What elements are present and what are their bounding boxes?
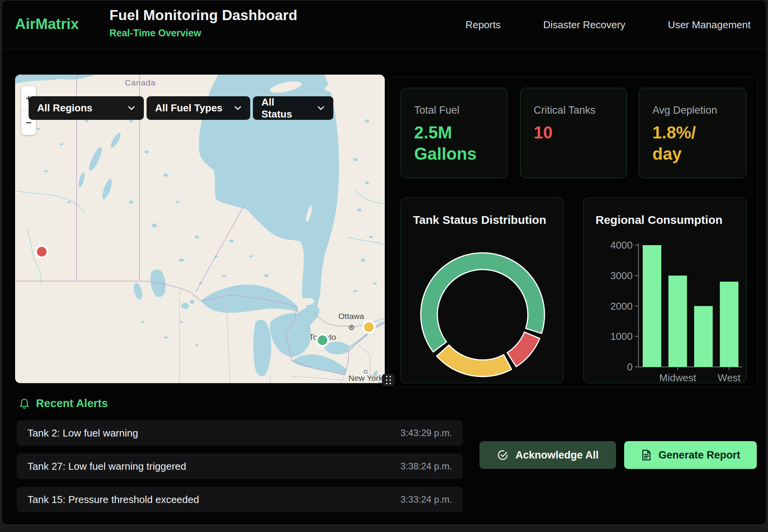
map-canvas: Canada Ottawa Toronto New York: [15, 75, 385, 383]
alert-row[interactable]: Tank 27: Low fuel warning triggered 3:38…: [17, 454, 463, 479]
stat-label: Critical Tanks: [534, 104, 613, 116]
acknowledge-all-button[interactable]: Acknowledge All: [480, 441, 616, 469]
alert-row[interactable]: Tank 2: Low fuel warning 3:43:29 p.m.: [17, 420, 463, 446]
title-block: Fuel Monitoring Dashboard Real-Time Over…: [109, 7, 297, 39]
region-filter-dropdown[interactable]: All Regions: [29, 96, 144, 120]
fuel-filter-value: All Fuel Types: [155, 102, 222, 114]
map-label-newyork: New York: [348, 373, 383, 382]
dashboard: AirMatrix Fuel Monitoring Dashboard Real…: [0, 0, 768, 532]
regional-consumption-chart-card: Regional Consumption 01000200030004000Mi…: [583, 198, 747, 383]
chevron-down-icon: [128, 106, 135, 111]
page-title: Fuel Monitoring Dashboard: [109, 7, 297, 24]
svg-text:0: 0: [627, 361, 633, 373]
alert-message: Tank 2: Low fuel warning: [27, 427, 138, 439]
map-label-canada: Canada: [125, 78, 156, 87]
status-filter-dropdown[interactable]: All Status: [253, 96, 333, 120]
chevron-down-icon: [234, 106, 242, 111]
alert-time: 3:38:24 p.m.: [401, 461, 452, 472]
status-filter-value: All Status: [261, 96, 307, 120]
nav-item-user-management[interactable]: User Management: [668, 19, 751, 31]
alerts-header: Recent Alerts: [19, 397, 108, 410]
region-filter-value: All Regions: [37, 102, 92, 114]
stat-card-avg-depletion: Avg Depletion 1.8%/ day: [639, 88, 746, 178]
svg-text:West: West: [718, 372, 741, 383]
map-filters: All Regions All Fuel Types All Status: [29, 96, 333, 120]
stat-value: 10: [534, 122, 613, 143]
overview-panel: Total Fuel 2.5M Gallons Critical Tanks 1…: [388, 77, 758, 387]
newyork-town-icon: [364, 370, 367, 373]
svg-text:1000: 1000: [610, 331, 633, 342]
nav-item-reports[interactable]: Reports: [466, 19, 501, 31]
brand-logo: AirMatrix: [15, 16, 79, 32]
stat-label: Total Fuel: [414, 104, 494, 116]
generate-report-label: Generate Report: [659, 449, 741, 461]
document-icon: [641, 449, 652, 461]
fuel-type-filter-dropdown[interactable]: All Fuel Types: [147, 96, 250, 120]
main-nav: Reports Disaster Recovery User Managemen…: [466, 0, 751, 49]
tank-status-donut-chart: [401, 198, 563, 383]
tank-marker-critical[interactable]: [36, 246, 48, 257]
chevron-down-icon: [317, 106, 325, 111]
regional-consumption-bar-chart: 01000200030004000MidwestWest: [584, 198, 747, 383]
map-panel[interactable]: Canada Ottawa Toronto New York + −: [15, 75, 385, 383]
svg-text:Midwest: Midwest: [659, 372, 696, 383]
svg-text:3000: 3000: [610, 270, 633, 281]
alert-message: Tank 27: Low fuel warning triggered: [27, 460, 186, 472]
stat-card-critical-tanks: Critical Tanks 10: [520, 88, 627, 178]
generate-report-button[interactable]: Generate Report: [624, 441, 757, 469]
tank-marker-warning[interactable]: [363, 321, 375, 333]
alerts-title: Recent Alerts: [36, 397, 108, 410]
stat-value: 1.8%/ day: [652, 122, 733, 164]
check-circle-icon: [497, 449, 509, 461]
dashboard-shell: AirMatrix Fuel Monitoring Dashboard Real…: [2, 0, 766, 525]
svg-text:4000: 4000: [610, 239, 633, 251]
stat-card-total-fuel: Total Fuel 2.5M Gallons: [401, 88, 507, 178]
tank-marker-normal[interactable]: [317, 334, 328, 346]
stat-value: 2.5M Gallons: [414, 122, 494, 164]
resize-grip-handle[interactable]: [382, 374, 394, 386]
bell-icon: [19, 398, 30, 409]
page-subtitle: Real-Time Overview: [109, 27, 297, 39]
svg-text:2000: 2000: [610, 300, 633, 312]
stat-label: Avg Depletion: [652, 104, 733, 116]
alert-time: 3:43:29 p.m.: [401, 428, 452, 438]
acknowledge-all-label: Acknowledge All: [515, 449, 599, 461]
alert-row[interactable]: Tank 15: Pressure threshold exceeded 3:3…: [17, 487, 463, 512]
alert-time: 3:33:24 p.m.: [401, 494, 452, 505]
header: AirMatrix Fuel Monitoring Dashboard Real…: [2, 0, 766, 49]
nav-item-disaster-recovery[interactable]: Disaster Recovery: [543, 19, 625, 31]
map-label-ottawa: Ottawa: [338, 312, 364, 321]
alert-message: Tank 15: Pressure threshold exceeded: [27, 494, 199, 506]
tank-status-chart-card: Tank Status Distribution: [401, 198, 563, 383]
